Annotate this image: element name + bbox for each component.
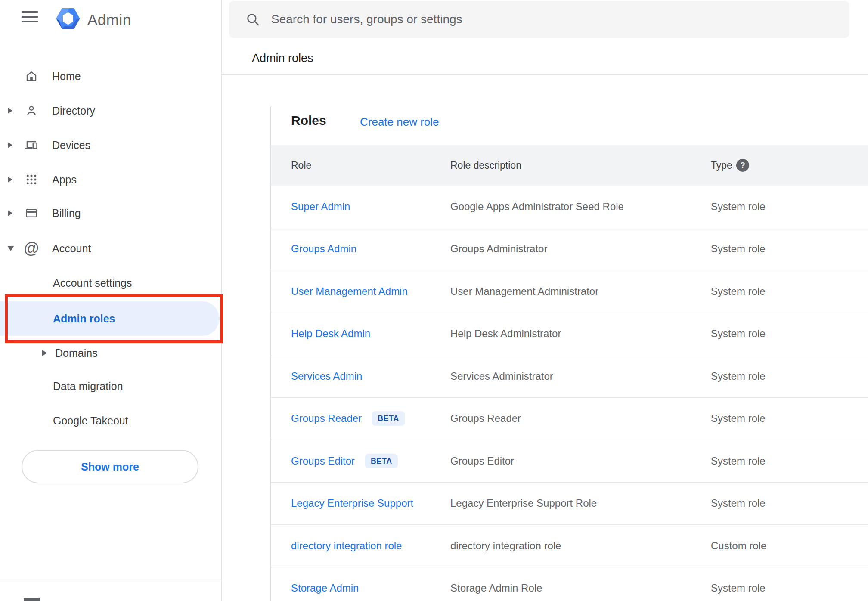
breadcrumb: Admin roles bbox=[252, 52, 313, 65]
create-new-role-link[interactable]: Create new role bbox=[360, 115, 439, 129]
devices-icon bbox=[24, 138, 39, 152]
expand-right-icon[interactable] bbox=[8, 142, 12, 148]
sidebar-item-home[interactable]: Home bbox=[0, 64, 221, 88]
table-row: User Management Admin User Management Ad… bbox=[271, 270, 868, 313]
role-link[interactable]: Legacy Enterprise Support bbox=[291, 483, 413, 525]
sidebar-item-account[interactable]: @ Account bbox=[0, 236, 221, 260]
sidebar-item-directory[interactable]: Directory bbox=[0, 99, 221, 123]
sidebar: Home Directory Devices bbox=[0, 0, 222, 601]
expand-right-icon[interactable] bbox=[8, 210, 12, 216]
sidebar-item-domains[interactable]: Domains bbox=[0, 341, 221, 365]
role-type: System role bbox=[711, 186, 766, 228]
product-title: Admin bbox=[87, 11, 131, 28]
sidebar-item-label: Domains bbox=[55, 347, 98, 359]
beta-badge: BETA bbox=[372, 411, 405, 426]
role-type: System role bbox=[711, 398, 766, 440]
sidebar-item-label: Billing bbox=[52, 207, 81, 220]
apps-grid-icon bbox=[24, 172, 39, 187]
sidebar-item-billing[interactable]: Billing bbox=[0, 201, 221, 225]
at-sign-icon: @ bbox=[24, 241, 39, 256]
sidebar-item-label: Directory bbox=[52, 105, 95, 117]
sidebar-item-admin-roles-active[interactable]: Admin roles bbox=[0, 301, 220, 336]
sidebar-item-devices[interactable]: Devices bbox=[0, 133, 221, 157]
role-type: System role bbox=[711, 270, 766, 313]
table-row: Storage Admin Storage Admin Role System … bbox=[271, 567, 868, 601]
type-help-icon[interactable]: ? bbox=[736, 159, 749, 172]
admin-console: Home Directory Devices bbox=[0, 0, 868, 601]
role-description: Help Desk Administrator bbox=[450, 313, 561, 355]
role-link[interactable]: Groups Admin bbox=[291, 228, 356, 270]
billing-card-icon bbox=[24, 206, 39, 220]
role-description: Services Administrator bbox=[450, 355, 553, 397]
role-link-label: Groups Editor bbox=[291, 455, 355, 467]
role-type: System role bbox=[711, 355, 766, 397]
search-input[interactable] bbox=[270, 12, 849, 27]
sidebar-item-label: Google Takeout bbox=[53, 415, 128, 427]
sidebar-divider bbox=[0, 579, 221, 579]
role-description: Legacy Enterprise Support Role bbox=[450, 483, 597, 525]
sidebar-item-google-takeout[interactable]: Google Takeout bbox=[0, 409, 221, 433]
admin-logo-icon bbox=[55, 6, 81, 31]
role-description: Groups Editor bbox=[450, 440, 514, 482]
sidebar-item-label: Account bbox=[52, 242, 91, 255]
role-type: System role bbox=[711, 567, 766, 601]
role-description: Groups Reader bbox=[450, 398, 521, 440]
role-link[interactable]: Groups Editor BETA bbox=[291, 440, 398, 482]
role-link[interactable]: Help Desk Admin bbox=[291, 313, 370, 355]
sidebar-item-label: Devices bbox=[52, 139, 90, 152]
table-row: directory integration role directory int… bbox=[271, 525, 868, 567]
role-description: Groups Administrator bbox=[450, 228, 547, 270]
sidebar-item-data-migration[interactable]: Data migration bbox=[0, 374, 221, 398]
role-description: Storage Admin Role bbox=[450, 567, 542, 601]
table-row: Help Desk Admin Help Desk Administrator … bbox=[271, 313, 868, 356]
menu-hamburger-button[interactable] bbox=[22, 11, 38, 26]
person-icon bbox=[24, 103, 39, 118]
sidebar-item-apps[interactable]: Apps bbox=[0, 167, 221, 192]
role-description: Google Apps Administrator Seed Role bbox=[450, 186, 624, 228]
role-description: directory integration role bbox=[450, 525, 561, 567]
role-type: System role bbox=[711, 313, 766, 355]
sidebar-item-label: Account settings bbox=[53, 277, 132, 289]
table-row: Groups Reader BETA Groups Reader System … bbox=[271, 398, 868, 440]
table-row: Groups Admin Groups Administrator System… bbox=[271, 228, 868, 271]
expand-right-icon[interactable] bbox=[42, 350, 47, 356]
roles-panel: Roles Create new role Role Role descript… bbox=[270, 106, 868, 601]
hamburger-bar bbox=[22, 11, 38, 13]
table-row: Services Admin Services Administrator Sy… bbox=[271, 355, 868, 398]
panel-title: Roles bbox=[291, 113, 326, 128]
beta-badge: BETA bbox=[365, 454, 398, 468]
role-description: User Management Administrator bbox=[450, 270, 598, 313]
table-header-row: Role Role description Type ? bbox=[271, 145, 868, 186]
role-link[interactable]: Super Admin bbox=[291, 186, 350, 228]
role-link[interactable]: Storage Admin bbox=[291, 567, 359, 601]
roles-table-body: Super Admin Google Apps Administrator Se… bbox=[271, 186, 868, 601]
hamburger-bar bbox=[22, 16, 38, 18]
sidebar-item-account-settings[interactable]: Account settings bbox=[0, 271, 221, 295]
expand-down-icon[interactable] bbox=[8, 246, 14, 251]
role-type: System role bbox=[711, 228, 766, 270]
role-type: Custom role bbox=[711, 525, 766, 567]
show-more-label: Show more bbox=[81, 461, 139, 473]
sidebar-item-label: Apps bbox=[52, 173, 77, 186]
column-header-type: Type bbox=[711, 145, 732, 186]
role-link[interactable]: directory integration role bbox=[291, 525, 402, 567]
column-header-role: Role bbox=[291, 145, 311, 186]
role-type: System role bbox=[711, 483, 766, 525]
role-link[interactable]: Services Admin bbox=[291, 355, 362, 397]
expand-right-icon[interactable] bbox=[8, 108, 12, 114]
sidebar-item-label: Admin roles bbox=[53, 313, 115, 325]
hamburger-bar bbox=[22, 21, 38, 22]
sidebar-item-label: Data migration bbox=[53, 380, 123, 393]
home-icon bbox=[24, 69, 39, 84]
role-link[interactable]: Groups Reader BETA bbox=[291, 398, 405, 440]
role-link[interactable]: User Management Admin bbox=[291, 270, 408, 313]
expand-right-icon[interactable] bbox=[8, 177, 12, 183]
partial-bottom-icon bbox=[24, 598, 40, 601]
sidebar-item-label: Home bbox=[52, 70, 81, 83]
search-bar bbox=[229, 1, 849, 38]
role-type: System role bbox=[711, 440, 766, 482]
role-link-label: Groups Reader bbox=[291, 412, 362, 424]
table-row: Super Admin Google Apps Administrator Se… bbox=[271, 186, 868, 228]
show-more-button[interactable]: Show more bbox=[22, 450, 198, 483]
table-row: Groups Editor BETA Groups Editor System … bbox=[271, 440, 868, 483]
